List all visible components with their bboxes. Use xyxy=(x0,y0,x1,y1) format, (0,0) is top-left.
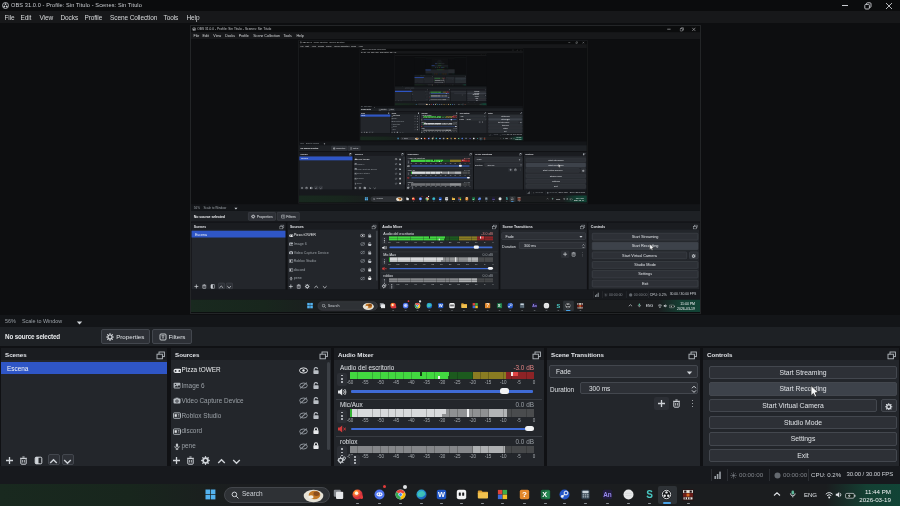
svg-text:S: S xyxy=(646,489,653,500)
svg-text:?: ? xyxy=(454,138,455,139)
svg-text:?: ? xyxy=(522,490,527,499)
svg-text:W: W xyxy=(438,490,445,499)
svg-text:S: S xyxy=(556,303,560,309)
svg-text:W: W xyxy=(438,303,442,308)
svg-text:X: X xyxy=(542,490,547,499)
svg-text:An: An xyxy=(492,198,495,200)
svg-text:An: An xyxy=(603,491,612,498)
svg-text:X: X xyxy=(458,138,459,139)
svg-text:An: An xyxy=(469,137,471,138)
svg-text:S: S xyxy=(506,197,508,201)
svg-text:?: ? xyxy=(486,303,489,308)
svg-text:X: X xyxy=(498,303,501,308)
svg-text:An: An xyxy=(532,304,537,308)
